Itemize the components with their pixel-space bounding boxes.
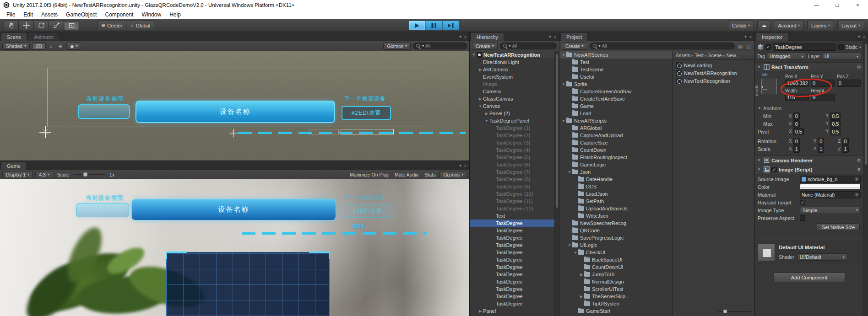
project-folder[interactable]: Load	[559, 110, 673, 117]
game-viewport[interactable]: 当前设备类型 设备名称 下一个检查设备 #2EDI装置 0/12	[0, 179, 469, 316]
panel-menu-icon[interactable]: ≡	[863, 34, 865, 39]
hierarchy-item[interactable]: ▼TaskDegreePanel	[470, 117, 554, 124]
panel-dropdown-icon[interactable]: ▾	[459, 163, 461, 168]
hierarchy-item[interactable]: TaskDegree (4)	[470, 146, 554, 154]
project-folder[interactable]: TipUISysten	[559, 300, 673, 307]
hierarchy-item[interactable]: ▶Panel	[470, 307, 554, 315]
project-folder[interactable]: TestScene	[559, 66, 673, 73]
minimize-button[interactable]: —	[806, 0, 827, 10]
hierarchy-item[interactable]: Image	[470, 80, 554, 88]
panel-dropdown-icon[interactable]: ▾	[459, 34, 461, 39]
search-filter-caret-icon[interactable]: ▾	[599, 44, 601, 48]
project-folder[interactable]: ▼NewARScripts	[559, 117, 673, 124]
pivot-y-field[interactable]: 0.5	[830, 128, 841, 135]
set-native-size-button[interactable]: Set Native Size	[817, 223, 860, 231]
project-folder[interactable]: Test	[559, 59, 673, 66]
project-folder[interactable]: QRCode	[559, 227, 673, 234]
play-button[interactable]	[409, 21, 426, 30]
foldout-closed-icon[interactable]: ▶	[477, 309, 483, 313]
foldout-open-icon[interactable]: ▼	[757, 167, 762, 171]
search-filter-caret-icon[interactable]: ▾	[422, 44, 424, 48]
anchor-max-x-field[interactable]: 0	[793, 120, 800, 128]
hierarchy-create-button[interactable]: Create▾	[472, 43, 498, 50]
project-folder[interactable]: LoadJson	[559, 190, 673, 198]
panel-dropdown-icon[interactable]: ▾	[549, 34, 551, 39]
gear-icon[interactable]: ⚙	[857, 64, 861, 70]
rect-tool-button[interactable]	[64, 21, 79, 30]
hierarchy-item[interactable]: TaskDegree (7)	[470, 168, 554, 176]
project-folder[interactable]: BackSpaceUI	[559, 256, 673, 263]
search-filter-caret-icon[interactable]: ▾	[509, 44, 511, 48]
rect-transform-header[interactable]: ▼ Rect Transform ⚙	[755, 63, 863, 71]
breadcrumb-item[interactable]: Assets	[676, 53, 690, 58]
project-folder[interactable]: ▼Json	[559, 168, 673, 176]
gizmos-dropdown[interactable]: Gizmos▾	[383, 43, 411, 50]
active-checkbox[interactable]: ✓	[765, 44, 771, 50]
rotation-x-field[interactable]: 0	[793, 138, 800, 145]
scene-fx-dropdown[interactable]: ◆▾	[66, 43, 81, 50]
2d-toggle[interactable]: 2D	[32, 43, 45, 50]
hierarchy-item[interactable]: ▼NewTestARRecognition	[470, 51, 554, 59]
object-picker-icon[interactable]	[854, 177, 859, 182]
hierarchy-item[interactable]: Text	[470, 212, 554, 220]
close-button[interactable]: ×	[847, 0, 868, 10]
project-folder[interactable]: GameLogic	[559, 161, 673, 168]
project-folder[interactable]: NormalDesign	[559, 278, 673, 285]
project-asset[interactable]: NewTextRecognition	[673, 77, 754, 85]
anchor-preset-button[interactable]	[761, 79, 777, 94]
project-folder[interactable]: SetPath	[559, 198, 673, 205]
menu-item-window[interactable]: Window	[137, 10, 165, 19]
shader-dropdown[interactable]: UI/Default▾	[797, 253, 847, 261]
project-folder[interactable]: ▶JumpToUI	[559, 271, 673, 278]
hierarchy-item[interactable]: ▶GlassCanvas	[470, 95, 554, 102]
hierarchy-item[interactable]: Directional Light	[470, 59, 554, 66]
material-field[interactable]: None (Material)	[800, 191, 861, 198]
scene-audio-icon[interactable]: ♪	[48, 43, 54, 50]
pan-tool-button[interactable]	[4, 21, 19, 30]
mute-audio-toggle[interactable]: Mute Audio	[393, 171, 421, 178]
step-button[interactable]	[443, 21, 460, 30]
scale-x-field[interactable]: 1	[793, 145, 800, 153]
foldout-open-icon[interactable]: ▼	[567, 243, 572, 247]
aspect-ratio-dropdown[interactable]: 4:3▾	[35, 171, 53, 178]
project-folder[interactable]: CountDownUI	[559, 263, 673, 271]
hierarchy-item[interactable]: TaskDegree	[470, 300, 554, 307]
project-folder[interactable]: DateHandle	[559, 176, 673, 183]
hierarchy-scrollbar[interactable]	[554, 51, 559, 316]
pos-y-field[interactable]: 0	[811, 80, 835, 87]
inspector-scrollbar[interactable]	[863, 41, 868, 316]
panel-dropdown-icon[interactable]: ▾	[858, 34, 860, 39]
hierarchy-item[interactable]: TaskDegree (5)	[470, 154, 554, 161]
project-asset[interactable]: NewTestARRecognition	[673, 69, 754, 77]
hierarchy-item[interactable]: TaskDegree (10)	[470, 190, 554, 198]
hierarchy-item[interactable]: TaskDegree	[470, 271, 554, 278]
scrollbar-thumb[interactable]	[865, 44, 867, 165]
preserve-aspect-checkbox[interactable]	[800, 215, 805, 221]
foldout-open-icon[interactable]: ▼	[471, 53, 477, 57]
layer-dropdown[interactable]: UI▾	[822, 53, 861, 60]
anchor-min-x-field[interactable]: 0	[793, 112, 800, 120]
panel-menu-icon[interactable]: ≡	[749, 34, 752, 39]
tag-dropdown[interactable]: Untagged▾	[767, 53, 806, 60]
shading-mode-dropdown[interactable]: Shaded▾	[2, 43, 30, 50]
gear-icon[interactable]: ⚙	[857, 158, 861, 163]
foldout-closed-icon[interactable]: ▶	[477, 97, 483, 101]
project-folder[interactable]: CountDown	[559, 146, 673, 154]
project-folder[interactable]: SaveProgressLogic	[559, 234, 673, 241]
menu-item-assets[interactable]: Assets	[37, 10, 62, 19]
scale-y-field[interactable]: 1	[818, 145, 824, 153]
rotation-z-field[interactable]: 0	[842, 138, 848, 145]
foldout-closed-icon[interactable]: ▶	[484, 112, 489, 116]
hierarchy-item[interactable]: TaskDegree	[470, 256, 554, 263]
foldout-open-icon[interactable]: ▼	[477, 104, 483, 108]
search-by-type-icon[interactable]: ▤	[737, 43, 743, 50]
project-folder[interactable]: FinishRoutingInspect	[559, 154, 673, 161]
gear-icon[interactable]: ⚙	[857, 167, 861, 172]
raycast-target-checkbox[interactable]: ✓	[800, 200, 805, 205]
hierarchy-item[interactable]: TaskDegree	[470, 241, 554, 249]
foldout-open-icon[interactable]: ▼	[561, 53, 566, 57]
hierarchy-item[interactable]: TaskDegree	[470, 263, 554, 271]
project-folder[interactable]: CaptureScreenAndSav	[559, 88, 673, 95]
project-folder[interactable]: ScrollerUITest	[559, 285, 673, 293]
game-gizmos-dropdown[interactable]: Gizmos▾	[439, 171, 467, 178]
